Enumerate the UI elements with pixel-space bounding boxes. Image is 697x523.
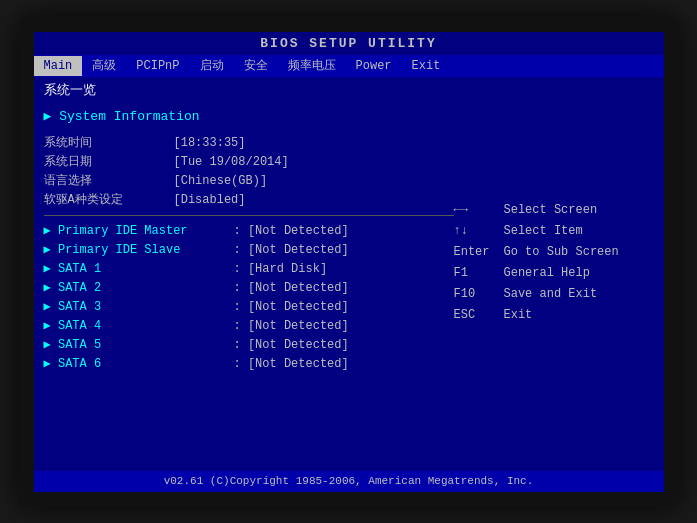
drive-label-7: SATA 6	[44, 355, 234, 373]
drive-label-4: SATA 3	[44, 298, 234, 316]
drive-label-0: Primary IDE Master	[44, 222, 234, 240]
monitor: BIOS SETUP UTILITY Main 高级 PCIPnP 启动 安全 …	[19, 17, 679, 507]
subsection-title[interactable]: System Information	[44, 107, 454, 127]
info-label-floppy: 软驱A种类设定	[44, 191, 174, 209]
help-desc-0: Select Screen	[504, 201, 598, 219]
help-row-1: ↑↓Select Item	[454, 222, 654, 240]
info-value-date[interactable]: [Tue 19/08/2014]	[174, 153, 289, 171]
drive-row-0[interactable]: Primary IDE Master: [Not Detected]	[44, 222, 454, 240]
left-panel: 系统一览 System Information 系统时间 [18:33:35] …	[44, 81, 454, 468]
menu-item-main[interactable]: Main	[34, 56, 83, 76]
info-row-floppy: 软驱A种类设定 [Disabled]	[44, 191, 454, 209]
drive-list: Primary IDE Master: [Not Detected]Primar…	[44, 222, 454, 373]
help-key-5: ESC	[454, 306, 504, 324]
info-label-lang: 语言选择	[44, 172, 174, 190]
help-desc-4: Save and Exit	[504, 285, 598, 303]
drive-value-7: : [Not Detected]	[234, 355, 349, 373]
drive-label-5: SATA 4	[44, 317, 234, 335]
help-desc-2: Go to Sub Screen	[504, 243, 619, 261]
drive-label-6: SATA 5	[44, 336, 234, 354]
help-desc-3: General Help	[504, 264, 590, 282]
help-panel: ←→Select Screen↑↓Select ItemEnterGo to S…	[454, 81, 654, 468]
help-desc-5: Exit	[504, 306, 533, 324]
help-key-3: F1	[454, 264, 504, 282]
bios-footer: v02.61 (C)Copyright 1985-2006, American …	[34, 471, 664, 492]
drive-row-4[interactable]: SATA 3: [Not Detected]	[44, 298, 454, 316]
drive-row-7[interactable]: SATA 6: [Not Detected]	[44, 355, 454, 373]
help-row-3: F1General Help	[454, 264, 654, 282]
bios-screen: BIOS SETUP UTILITY Main 高级 PCIPnP 启动 安全 …	[34, 32, 664, 492]
page-title: 系统一览	[44, 81, 454, 101]
help-key-4: F10	[454, 285, 504, 303]
drive-label-3: SATA 2	[44, 279, 234, 297]
drive-row-2[interactable]: SATA 1: [Hard Disk]	[44, 260, 454, 278]
help-desc-1: Select Item	[504, 222, 583, 240]
info-label-date: 系统日期	[44, 153, 174, 171]
help-key-0: ←→	[454, 201, 504, 219]
info-label-time: 系统时间	[44, 134, 174, 152]
help-key-1: ↑↓	[454, 222, 504, 240]
drive-value-4: : [Not Detected]	[234, 298, 349, 316]
help-list: ←→Select Screen↑↓Select ItemEnterGo to S…	[454, 201, 654, 324]
drive-row-6[interactable]: SATA 5: [Not Detected]	[44, 336, 454, 354]
help-row-0: ←→Select Screen	[454, 201, 654, 219]
help-row-2: EnterGo to Sub Screen	[454, 243, 654, 261]
menu-item-exit[interactable]: Exit	[402, 56, 451, 76]
info-row-date: 系统日期 [Tue 19/08/2014]	[44, 153, 454, 171]
drive-value-2: : [Hard Disk]	[234, 260, 328, 278]
menu-item-boot[interactable]: 启动	[190, 56, 234, 76]
drive-row-1[interactable]: Primary IDE Slave: [Not Detected]	[44, 241, 454, 259]
drive-label-2: SATA 1	[44, 260, 234, 278]
drive-row-5[interactable]: SATA 4: [Not Detected]	[44, 317, 454, 335]
info-value-lang[interactable]: [Chinese(GB)]	[174, 172, 268, 190]
drive-value-6: : [Not Detected]	[234, 336, 349, 354]
drive-label-1: Primary IDE Slave	[44, 241, 234, 259]
bios-title: BIOS SETUP UTILITY	[34, 32, 664, 56]
drive-value-1: : [Not Detected]	[234, 241, 349, 259]
menu-item-security[interactable]: 安全	[234, 56, 278, 76]
drive-value-5: : [Not Detected]	[234, 317, 349, 335]
help-row-5: ESCExit	[454, 306, 654, 324]
info-value-time[interactable]: [18:33:35]	[174, 134, 246, 152]
drive-value-0: : [Not Detected]	[234, 222, 349, 240]
menu-item-freq[interactable]: 频率电压	[278, 56, 346, 76]
info-row-lang: 语言选择 [Chinese(GB)]	[44, 172, 454, 190]
info-value-floppy[interactable]: [Disabled]	[174, 191, 246, 209]
help-key-2: Enter	[454, 243, 504, 261]
info-row-time: 系统时间 [18:33:35]	[44, 134, 454, 152]
menu-bar: Main 高级 PCIPnP 启动 安全 频率电压 Power Exit	[34, 55, 664, 77]
menu-item-pcipnp[interactable]: PCIPnP	[126, 56, 189, 76]
drive-row-3[interactable]: SATA 2: [Not Detected]	[44, 279, 454, 297]
help-row-4: F10Save and Exit	[454, 285, 654, 303]
drive-value-3: : [Not Detected]	[234, 279, 349, 297]
menu-item-advanced[interactable]: 高级	[82, 56, 126, 76]
menu-item-power[interactable]: Power	[346, 56, 402, 76]
